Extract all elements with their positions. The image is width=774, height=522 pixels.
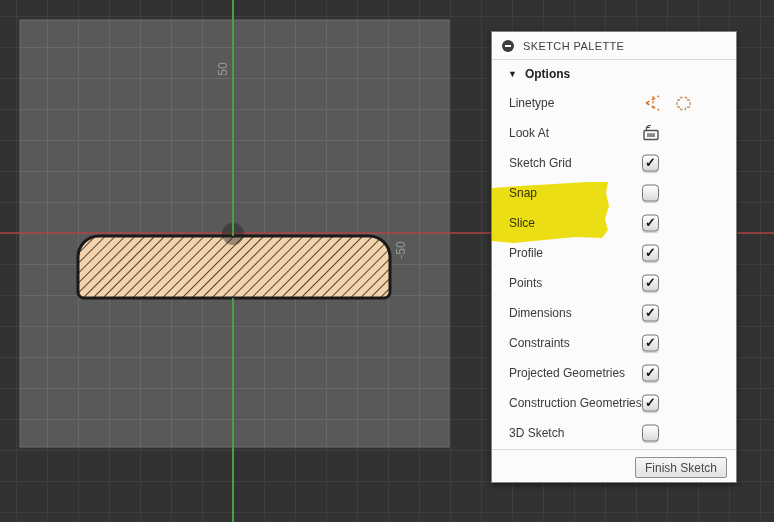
palette-title: SKETCH PALETTE xyxy=(523,40,624,52)
minus-icon xyxy=(505,45,511,47)
check-icon: ✓ xyxy=(645,366,656,379)
slice-checkbox[interactable]: ✓ xyxy=(642,215,659,232)
row-label: Profile xyxy=(509,246,543,260)
collapse-panel-button[interactable] xyxy=(502,40,514,52)
points-checkbox[interactable]: ✓ xyxy=(642,275,659,292)
chevron-down-icon: ▼ xyxy=(508,69,517,79)
footer-divider xyxy=(492,449,736,450)
row-slice: Slice ✓ xyxy=(492,208,736,238)
row-constraints: Constraints ✓ xyxy=(492,328,736,358)
check-icon: ✓ xyxy=(645,306,656,319)
row-snap: Snap xyxy=(492,178,736,208)
sketch-grid-checkbox[interactable]: ✓ xyxy=(642,155,659,172)
row-construction-geometries: Construction Geometries ✓ xyxy=(492,388,736,418)
row-label: Linetype xyxy=(509,96,554,110)
row-label: Projected Geometries xyxy=(509,366,625,380)
finish-sketch-button[interactable]: Finish Sketch xyxy=(635,457,727,478)
row-linetype: Linetype xyxy=(492,88,736,118)
constraints-checkbox[interactable]: ✓ xyxy=(642,335,659,352)
snap-checkbox[interactable] xyxy=(642,185,659,202)
row-sketch-grid: Sketch Grid ✓ xyxy=(492,148,736,178)
construction-geometries-checkbox[interactable]: ✓ xyxy=(642,395,659,412)
check-icon: ✓ xyxy=(645,276,656,289)
row-dimensions: Dimensions ✓ xyxy=(492,298,736,328)
linetype-centerline-icon[interactable] xyxy=(642,94,662,112)
palette-header: SKETCH PALETTE xyxy=(492,32,736,60)
check-icon: ✓ xyxy=(645,216,656,229)
options-section-header[interactable]: ▼ Options xyxy=(492,60,736,88)
row-label: Sketch Grid xyxy=(509,156,572,170)
projected-geometries-checkbox[interactable]: ✓ xyxy=(642,365,659,382)
row-label: Points xyxy=(509,276,542,290)
check-icon: ✓ xyxy=(645,396,656,409)
row-label: Dimensions xyxy=(509,306,572,320)
row-label: Snap xyxy=(509,186,537,200)
check-icon: ✓ xyxy=(645,156,656,169)
row-label: Construction Geometries xyxy=(509,396,642,410)
row-projected-geometries: Projected Geometries ✓ xyxy=(492,358,736,388)
row-points: Points ✓ xyxy=(492,268,736,298)
row-label: Slice xyxy=(509,216,535,230)
check-icon: ✓ xyxy=(645,336,656,349)
3d-sketch-checkbox[interactable] xyxy=(642,425,659,442)
row-profile: Profile ✓ xyxy=(492,238,736,268)
dimensions-checkbox[interactable]: ✓ xyxy=(642,305,659,322)
profile-checkbox[interactable]: ✓ xyxy=(642,245,659,262)
row-label: Look At xyxy=(509,126,549,140)
grid-label-top: 50 xyxy=(216,62,230,76)
grid-label-right: -50 xyxy=(394,241,408,259)
linetype-construction-icon[interactable] xyxy=(673,94,693,112)
row-look-at: Look At xyxy=(492,118,736,148)
sketch-palette-panel: SKETCH PALETTE ▼ Options Linetype Look A… xyxy=(491,31,737,483)
sketch-profile[interactable] xyxy=(78,236,390,298)
check-icon: ✓ xyxy=(645,246,656,259)
row-3d-sketch: 3D Sketch xyxy=(492,418,736,448)
row-label: 3D Sketch xyxy=(509,426,564,440)
look-at-icon[interactable] xyxy=(642,124,660,142)
options-label: Options xyxy=(525,67,570,81)
row-label: Constraints xyxy=(509,336,570,350)
options-rows: Linetype Look At S xyxy=(492,88,736,448)
